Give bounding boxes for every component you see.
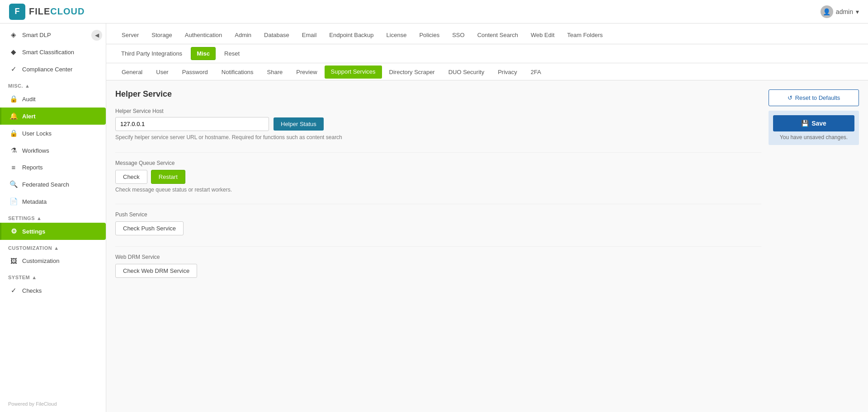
metadata-icon: 📄 xyxy=(9,197,18,206)
misc-tab-directory-scraper[interactable]: Directory Scraper xyxy=(383,65,441,80)
sidebar-item-settings[interactable]: ⚙ Settings xyxy=(0,223,106,240)
tab-authentication[interactable]: Authentication xyxy=(179,27,228,44)
user-menu[interactable]: 👤 admin ▾ xyxy=(821,5,859,18)
tab-storage[interactable]: Storage xyxy=(145,27,179,44)
content-main: Helper Service Helper Service Host Helpe… xyxy=(115,89,761,403)
tab-sso[interactable]: SSO xyxy=(446,27,471,44)
sidebar-item-compliance-center[interactable]: ✓ Compliance Center xyxy=(0,61,106,78)
web-drm-label: Web DRM Service xyxy=(115,254,761,260)
sidebar-item-label: Alert xyxy=(22,113,36,120)
top-header: F FILECLOUD 👤 admin ▾ xyxy=(0,0,868,23)
sidebar-item-label: Federated Search xyxy=(22,181,69,188)
misc-tab-privacy[interactable]: Privacy xyxy=(491,65,524,80)
misc-tab-user[interactable]: User xyxy=(150,65,175,80)
message-queue-buttons: Check Restart xyxy=(115,170,761,184)
helper-service-host-label: Helper Service Host xyxy=(115,108,761,114)
check-push-service-button[interactable]: Check Push Service xyxy=(115,221,184,235)
alert-icon: 🔔 xyxy=(9,112,18,120)
tab-web-edit[interactable]: Web Edit xyxy=(524,27,561,44)
sidebar-item-label: Settings xyxy=(22,228,45,235)
sidebar-item-label: Workflows xyxy=(22,147,49,154)
message-queue-section: Message Queue Service Check Restart Chec… xyxy=(115,160,761,193)
sidebar-item-checks[interactable]: ✓ Checks xyxy=(0,282,106,299)
tab-admin[interactable]: Admin xyxy=(228,27,258,44)
action-panel: ↺ Reset to Defaults 💾 Save You have unsa… xyxy=(769,89,859,403)
user-locks-icon: 🔒 xyxy=(9,129,18,137)
tab-endpoint-backup[interactable]: Endpoint Backup xyxy=(323,27,380,44)
checks-icon: ✓ xyxy=(9,286,18,295)
sidebar-item-federated-search[interactable]: 🔍 Federated Search xyxy=(0,176,106,193)
helper-status-button[interactable]: Helper Status xyxy=(274,117,324,131)
settings-collapse-icon: ▲ xyxy=(37,215,42,221)
tab-content-search[interactable]: Content Search xyxy=(471,27,524,44)
tab-team-folders[interactable]: Team Folders xyxy=(561,27,609,44)
web-drm-buttons: Check Web DRM Service xyxy=(115,264,761,278)
tab-server[interactable]: Server xyxy=(115,27,145,44)
message-queue-check-button[interactable]: Check xyxy=(115,170,147,184)
tab-reset[interactable]: Reset xyxy=(218,47,245,60)
reset-to-defaults-button[interactable]: ↺ Reset to Defaults xyxy=(769,89,859,106)
logo: F FILECLOUD xyxy=(9,4,85,20)
sidebar-header: ◀ xyxy=(0,23,106,26)
sidebar-item-alert[interactable]: 🔔 Alert xyxy=(0,108,106,125)
user-dropdown-icon: ▾ xyxy=(856,8,859,15)
save-area: 💾 Save You have unsaved changes. xyxy=(769,111,859,145)
push-service-section: Push Service Check Push Service xyxy=(115,211,761,235)
sub-nav: Third Party Integrations Misc Reset xyxy=(106,44,868,63)
tab-policies[interactable]: Policies xyxy=(413,27,446,44)
sidebar-item-label: Smart Classification xyxy=(22,49,74,56)
misc-collapse-icon: ▲ xyxy=(25,83,30,89)
sidebar-item-label: Smart DLP xyxy=(22,32,51,38)
logo-text: FILECLOUD xyxy=(29,6,85,17)
message-queue-restart-button[interactable]: Restart xyxy=(151,170,185,184)
customization-collapse-icon: ▲ xyxy=(54,245,59,251)
sidebar-item-smart-classification[interactable]: ◆ Smart Classification xyxy=(0,43,106,61)
settings-section-label: SETTINGS ▲ xyxy=(0,210,106,223)
misc-tab-preview[interactable]: Preview xyxy=(290,65,323,80)
tab-license[interactable]: License xyxy=(380,27,413,44)
tab-misc[interactable]: Misc xyxy=(191,47,216,60)
misc-tab-password[interactable]: Password xyxy=(176,65,214,80)
helper-service-host-input[interactable] xyxy=(115,117,269,131)
sidebar-item-workflows[interactable]: ⚗ Workflows xyxy=(0,142,106,159)
compliance-center-icon: ✓ xyxy=(9,65,18,73)
misc-tab-share[interactable]: Share xyxy=(261,65,289,80)
sidebar-collapse-button[interactable]: ◀ xyxy=(91,30,102,41)
user-label: admin xyxy=(836,8,853,15)
reset-icon: ↺ xyxy=(788,94,793,101)
sidebar-item-metadata[interactable]: 📄 Metadata xyxy=(0,193,106,210)
misc-tab-duo-security[interactable]: DUO Security xyxy=(442,65,491,80)
misc-tab-notifications[interactable]: Notifications xyxy=(215,65,260,80)
reset-btn-area: ↺ Reset to Defaults xyxy=(769,89,859,106)
sidebar-item-customization[interactable]: 🖼 Customization xyxy=(0,253,106,269)
push-service-buttons: Check Push Service xyxy=(115,221,761,235)
tab-email[interactable]: Email xyxy=(296,27,323,44)
federated-search-icon: 🔍 xyxy=(9,180,18,188)
helper-service-row: Helper Status xyxy=(115,117,761,131)
sidebar-item-label: Compliance Center xyxy=(22,66,72,73)
top-nav: Server Storage Authentication Admin Data… xyxy=(106,23,868,44)
save-icon: 💾 xyxy=(801,120,809,127)
tab-third-party-integrations[interactable]: Third Party Integrations xyxy=(115,47,188,60)
web-drm-section: Web DRM Service Check Web DRM Service xyxy=(115,254,761,278)
helper-service-group: Helper Service Host Helper Status Specif… xyxy=(115,108,761,141)
sidebar-item-label: Customization xyxy=(22,258,59,264)
sidebar-item-smart-dlp[interactable]: ◈ Smart DLP xyxy=(0,26,106,43)
save-button[interactable]: 💾 Save xyxy=(773,115,854,131)
message-queue-label: Message Queue Service xyxy=(115,160,761,166)
sidebar-item-label: Reports xyxy=(22,164,43,171)
misc-tab-support-services[interactable]: Support Services xyxy=(325,66,382,79)
check-web-drm-button[interactable]: Check Web DRM Service xyxy=(115,264,197,278)
sidebar-item-user-locks[interactable]: 🔒 User Locks xyxy=(0,125,106,142)
misc-tab-2fa[interactable]: 2FA xyxy=(524,65,547,80)
misc-nav: General User Password Notifications Shar… xyxy=(106,63,868,80)
tab-database[interactable]: Database xyxy=(258,27,296,44)
sidebar-item-audit[interactable]: 🔒 Audit xyxy=(0,90,106,108)
sidebar-item-label: Checks xyxy=(22,287,42,294)
system-collapse-icon: ▲ xyxy=(32,275,37,280)
logo-icon: F xyxy=(9,4,25,20)
misc-tab-general[interactable]: General xyxy=(115,65,149,80)
sidebar-item-reports[interactable]: ≡ Reports xyxy=(0,159,106,176)
sidebar-item-label: Audit xyxy=(22,96,36,103)
user-avatar: 👤 xyxy=(821,5,833,18)
